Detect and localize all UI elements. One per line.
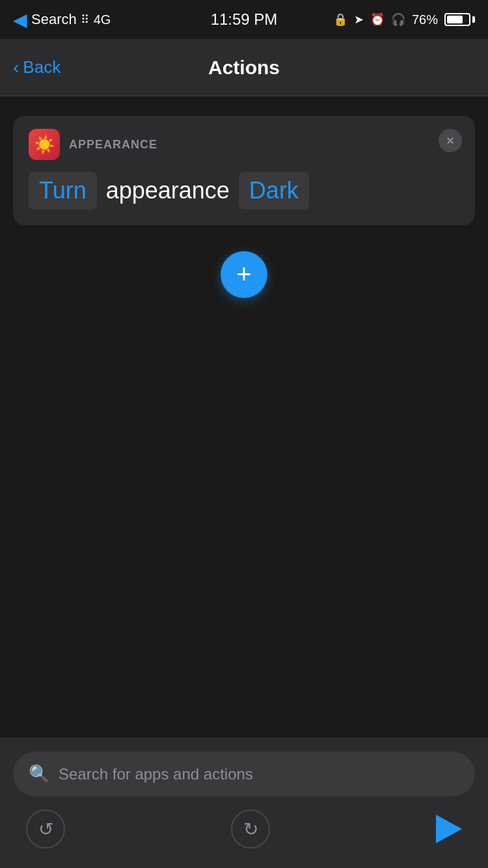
redo-button[interactable]: ↻: [231, 809, 270, 848]
bottom-actions: ↺ ↻: [13, 809, 475, 848]
search-bar[interactable]: 🔍 Search for apps and actions: [13, 752, 475, 796]
undo-icon: ↺: [38, 819, 53, 840]
close-icon: ×: [446, 134, 454, 147]
signal-bars: ⠿: [81, 12, 90, 27]
status-time: 11:59 PM: [211, 10, 278, 29]
action-card: ☀️ APPEARANCE × Turn appearance Dark: [13, 116, 475, 225]
battery-icon: [444, 13, 475, 26]
close-button[interactable]: ×: [439, 129, 462, 152]
redo-icon: ↻: [243, 819, 258, 840]
lock-icon: 🔒: [333, 12, 347, 27]
back-label: Back: [23, 57, 61, 77]
sun-icon: ☀️: [34, 135, 55, 155]
search-placeholder: Search for apps and actions: [59, 765, 253, 783]
headphones-icon: 🎧: [391, 12, 405, 27]
back-chevron-icon: ‹: [13, 57, 19, 78]
page-title: Actions: [208, 57, 280, 79]
nav-bar: ‹ Back Actions: [0, 39, 488, 96]
appearance-icon: ☀️: [29, 129, 60, 160]
back-chevron-icon: ◀: [13, 9, 27, 31]
location-icon: ➤: [354, 12, 364, 27]
add-button-container: +: [13, 251, 475, 298]
action-card-header: ☀️ APPEARANCE: [29, 129, 459, 160]
status-bar-right: 🔒 ➤ ⏰ 🎧 76%: [333, 12, 475, 27]
alarm-icon: ⏰: [370, 12, 385, 27]
appearance-text: appearance: [106, 177, 230, 204]
status-bar: ◀ Search ⠿ 4G 11:59 PM 🔒 ➤ ⏰ 🎧 76%: [0, 0, 488, 39]
main-content: ☀️ APPEARANCE × Turn appearance Dark +: [0, 96, 488, 738]
back-button[interactable]: ‹ Back: [13, 57, 61, 78]
search-icon: 🔍: [29, 764, 49, 784]
bottom-bar: 🔍 Search for apps and actions ↺ ↻: [0, 738, 488, 868]
undo-button[interactable]: ↺: [26, 809, 65, 848]
network-type: 4G: [94, 12, 111, 27]
plus-icon: +: [236, 261, 251, 287]
turn-token[interactable]: Turn: [29, 172, 97, 210]
action-body: Turn appearance Dark: [29, 172, 459, 210]
action-category: APPEARANCE: [69, 138, 157, 152]
dark-token[interactable]: Dark: [239, 172, 309, 210]
add-action-button[interactable]: +: [221, 251, 267, 298]
play-button[interactable]: [436, 815, 462, 843]
battery-percent: 76%: [412, 12, 438, 27]
status-bar-left: ◀ Search ⠿ 4G: [13, 9, 111, 31]
carrier-name: Search: [31, 11, 77, 28]
